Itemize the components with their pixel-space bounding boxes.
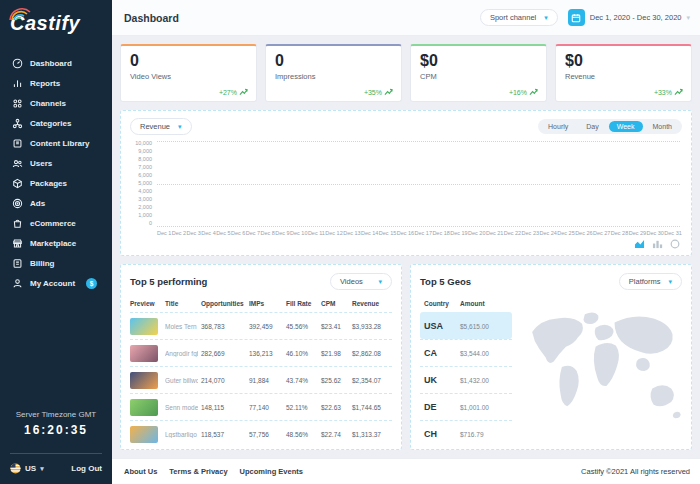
bar-chart-type-button[interactable] xyxy=(652,239,663,249)
geo-row[interactable]: UK $1,432.00 xyxy=(420,366,512,393)
trending-up-icon xyxy=(529,88,538,96)
y-tick: 6,000 xyxy=(138,173,152,179)
range-tab-day[interactable]: Day xyxy=(578,121,606,132)
channels-icon xyxy=(12,98,23,109)
footer-link-upcoming-events[interactable]: Upcoming Events xyxy=(240,467,303,476)
trending-up-icon xyxy=(674,88,683,96)
y-axis: 10,0009,0008,0007,0006,0005,0004,0003,00… xyxy=(130,141,152,227)
chevron-down-icon: ▾ xyxy=(178,123,182,131)
column-header: Country xyxy=(424,300,460,307)
table-row[interactable]: Lgstbarliqo srgh 118,537 57,756 48.56% $… xyxy=(130,420,392,447)
footer-link-terms-privacy[interactable]: Terms & Privacy xyxy=(169,467,227,476)
geo-row[interactable]: CH $716.79 xyxy=(420,420,512,447)
chart-plot-area: 10,0009,0008,0007,0006,0005,0004,0003,00… xyxy=(130,141,682,227)
range-tab-hourly[interactable]: Hourly xyxy=(540,121,576,132)
column-header: Opportunities xyxy=(201,300,246,307)
ads-icon xyxy=(12,198,23,209)
footer: About Us Terms & Privacy Upcoming Events… xyxy=(112,458,700,484)
stat-value: 0 xyxy=(275,52,392,70)
stat-label: Revenue xyxy=(565,72,682,81)
table-row[interactable]: Moles Tern digt 368,783 392,459 45.56% $… xyxy=(130,312,392,339)
marketplace-icon xyxy=(12,238,23,249)
channel-select[interactable]: Sport channel ▾ xyxy=(480,9,558,26)
main-area: Dashboard Sport channel ▾ Dec 1, 2020 - … xyxy=(112,0,700,484)
y-tick: 0 xyxy=(149,221,152,227)
copyright-text: Castify ©2021 All rights reserved xyxy=(581,467,690,476)
video-thumbnail xyxy=(130,345,158,362)
y-tick: 5,000 xyxy=(138,181,152,187)
y-tick: 4,000 xyxy=(138,189,152,195)
categories-icon xyxy=(12,118,23,129)
pie-chart-type-button[interactable] xyxy=(670,239,680,249)
geo-row[interactable]: DE $1,001.00 xyxy=(420,393,512,420)
geo-row[interactable]: CA $3,544.00 xyxy=(420,339,512,366)
sidebar-item-channels[interactable]: Channels xyxy=(0,93,112,113)
logout-button[interactable]: Log Out xyxy=(71,464,102,473)
world-map xyxy=(520,299,682,439)
sidebar-item-packages[interactable]: Packages xyxy=(0,173,112,193)
sidebar-item-ads[interactable]: Ads xyxy=(0,193,112,213)
account-badge: $ xyxy=(86,278,97,289)
stat-delta: +33% xyxy=(654,88,683,96)
billing-icon xyxy=(12,258,23,269)
geo-row[interactable]: USA $5,615.00 xyxy=(420,312,512,339)
column-header: IMPs xyxy=(249,300,283,307)
metric-select[interactable]: Revenue ▾ xyxy=(130,118,192,135)
sidebar: Castify Dashboard Reports Channels Categ… xyxy=(0,0,112,484)
sidebar-item-users[interactable]: Users xyxy=(0,153,112,173)
column-header: Revenue xyxy=(352,300,392,307)
table-header-row: Country Amount xyxy=(420,297,512,312)
date-range-text: Dec 1, 2020 - Dec 30, 2020 xyxy=(590,13,682,22)
y-tick: 8,000 xyxy=(138,157,152,163)
stat-delta: +35% xyxy=(364,88,393,96)
column-header: Title xyxy=(165,300,198,307)
stat-card: $0 CPM +16% xyxy=(410,44,547,102)
logo-arc-icon xyxy=(8,7,34,21)
chevron-down-icon: ▾ xyxy=(40,465,44,473)
packages-icon xyxy=(12,178,23,189)
sidebar-item-billing[interactable]: Billing xyxy=(0,253,112,273)
table-row[interactable]: Guter billwongf 214,070 91,884 43.74% $2… xyxy=(130,366,392,393)
stat-value: $0 xyxy=(565,52,682,70)
timezone-label: Server Timezone GMT xyxy=(4,410,108,419)
chevron-down-icon: ▾ xyxy=(686,14,690,22)
date-range-picker[interactable]: Dec 1, 2020 - Dec 30, 2020 ▾ xyxy=(568,9,690,26)
sidebar-item-content-library[interactable]: Content Library xyxy=(0,133,112,153)
stats-row: 0 Video Views +27% 0 Impressions +35% $0… xyxy=(112,36,700,110)
dashboard-icon xyxy=(12,58,23,69)
table-row[interactable]: Senn modern qlhapa 148,115 77,140 52.11%… xyxy=(130,393,392,420)
area-chart-type-button[interactable] xyxy=(634,239,645,249)
sidebar-item-marketplace[interactable]: Marketplace xyxy=(0,233,112,253)
sidebar-item-reports[interactable]: Reports xyxy=(0,73,112,93)
sidebar-item-my-account[interactable]: My Account $ xyxy=(0,273,112,293)
sidebar-item-categories[interactable]: Categories xyxy=(0,113,112,133)
panel-title: Top 5 performing xyxy=(130,276,207,287)
range-tab-week[interactable]: Week xyxy=(609,121,643,132)
logo[interactable]: Castify xyxy=(0,0,112,45)
footer-link-about-us[interactable]: About Us xyxy=(124,467,157,476)
trending-up-icon xyxy=(384,88,393,96)
y-tick: 9,000 xyxy=(138,149,152,155)
range-tab-month[interactable]: Month xyxy=(645,121,680,132)
server-timezone: Server Timezone GMT 16:20:35 xyxy=(0,404,112,443)
locale-select[interactable]: US ▾ xyxy=(10,463,44,474)
sidebar-item-ecommerce[interactable]: eCommerce xyxy=(0,213,112,233)
column-header: Preview xyxy=(130,300,162,307)
stat-value: $0 xyxy=(420,52,537,70)
y-tick: 2,000 xyxy=(138,205,152,211)
geo-table: Country Amount USA $5,615.00 CA $3,544.0… xyxy=(420,297,512,441)
revenue-chart-panel: Revenue ▾ HourlyDayWeekMonth 10,0009,000… xyxy=(120,110,692,256)
videos-filter-select[interactable]: Videos ▾ xyxy=(330,273,392,290)
stat-card: 0 Video Views +27% xyxy=(120,44,257,102)
app-window: Castify Dashboard Reports Channels Categ… xyxy=(0,0,700,484)
topbar: Dashboard Sport channel ▾ Dec 1, 2020 - … xyxy=(112,0,700,36)
chevron-down-icon: ▾ xyxy=(668,278,672,286)
panel-title: Top 5 Geos xyxy=(420,276,471,287)
platforms-filter-select[interactable]: Platforms ▾ xyxy=(619,273,682,290)
table-header-row: Preview Title Opportunities IMPs Fill Ra… xyxy=(130,297,392,312)
sidebar-item-dashboard[interactable]: Dashboard xyxy=(0,53,112,73)
stat-card: 0 Impressions +35% xyxy=(265,44,402,102)
stat-card: $0 Revenue +33% xyxy=(555,44,692,102)
y-tick: 7,000 xyxy=(138,165,152,171)
table-row[interactable]: Angrodir fgbuin deig 282,669 136,213 46.… xyxy=(130,339,392,366)
